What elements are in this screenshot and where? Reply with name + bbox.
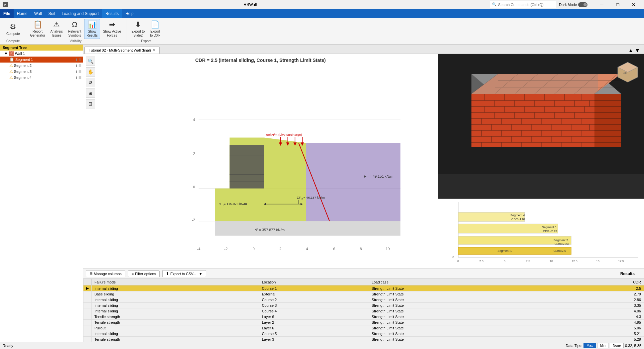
grid-tool2[interactable]: ⊡	[86, 99, 95, 108]
menu-home[interactable]: Home	[14, 9, 31, 18]
seg3-action1[interactable]: ⬆	[75, 70, 78, 74]
table-row[interactable]: Internal slidingCourse 4Strength Limit S…	[83, 308, 644, 314]
sidebar-item-seg2[interactable]: ⚠ Segment 2 ⬆ ☰	[0, 63, 83, 69]
cell-cdr: 2.5	[571, 285, 644, 291]
svg-text:= 115.073 kN/m: = 115.073 kN/m	[224, 202, 247, 206]
seg4-action2[interactable]: ☰	[78, 76, 81, 80]
cell-load_case: Strength Limit State	[369, 325, 571, 331]
close-button[interactable]: ✕	[626, 0, 641, 9]
split-pane: 🔍 ✋ ↺ ⊞ ⊡ CDR = 2.5 (Internal sliding, C…	[83, 54, 644, 268]
panel-collapse-up[interactable]: ▲	[628, 48, 633, 54]
col-cdr[interactable]: CDR	[571, 279, 644, 285]
export-icon: ⬆	[166, 271, 169, 276]
manage-columns-button[interactable]: ⊞ Manage columns	[86, 270, 125, 277]
row-expand-icon[interactable]: ▶	[86, 286, 89, 290]
seg1-label: Segment 1	[15, 58, 33, 62]
cell-mode: Internal sliding	[92, 297, 259, 303]
svg-text:15: 15	[596, 260, 599, 263]
table-row[interactable]: PulloutLayer 6Strength Limit State5.06	[83, 325, 644, 331]
minimize-button[interactable]: ─	[594, 0, 609, 9]
cell-load_case: Strength Limit State	[369, 337, 571, 342]
svg-text:2: 2	[193, 152, 195, 156]
export-csv-button[interactable]: ⬆ Export to CSV... ▼	[162, 270, 206, 277]
cell-cdr: 3.35	[571, 303, 644, 308]
cell-load_case: Strength Limit State	[369, 291, 571, 297]
seg4-action1[interactable]: ⬆	[75, 76, 78, 80]
seg1-action2[interactable]: ☰	[78, 58, 81, 62]
statusbar: Ready Data Tips: Max Min None 0.32, 5.35	[0, 342, 644, 349]
seg3-action2[interactable]: ☰	[78, 70, 81, 74]
menu-soil[interactable]: Soil	[45, 9, 59, 18]
sidebar-header: Segment Tree	[0, 45, 83, 51]
svg-rect-48	[471, 94, 594, 147]
panel-collapse-down[interactable]: ▼	[635, 48, 640, 54]
sidebar-item-seg4[interactable]: ⚠ Segment 4 ⬆ ☰	[0, 75, 83, 81]
svg-text:R: R	[219, 202, 221, 206]
menu-file[interactable]: File	[0, 9, 14, 18]
main-area: Segment Tree ▼ 🧱 Wall 1 📋 Segment 1 ⬆ ☰ …	[0, 45, 644, 342]
reset-tool[interactable]: ↺	[86, 78, 95, 87]
maximize-button[interactable]: □	[610, 0, 625, 9]
table-row[interactable]: Tensile strengthLayer 2Strength Limit St…	[83, 320, 644, 325]
cell-load_case: Strength Limit State	[369, 303, 571, 308]
cell-location: Layer 2	[259, 320, 369, 325]
wall-icon: 🧱	[9, 51, 14, 56]
export-slide2-button[interactable]: ⬇ Export toSlide2	[129, 19, 147, 39]
cell-mode: Tensile strength	[92, 314, 259, 320]
show-active-forces-button[interactable]: ➡ Show ActiveForces	[101, 19, 123, 39]
sidebar-item-wall1[interactable]: ▼ 🧱 Wall 1	[0, 51, 83, 57]
table-row[interactable]: Base slidingExternalStrength Limit State…	[83, 291, 644, 297]
svg-marker-18	[230, 145, 264, 188]
datatips-none-button[interactable]: None	[610, 343, 624, 348]
main-tab[interactable]: Tutorial 02 - Multi-Segment Wall (final)…	[84, 47, 160, 54]
cell-cdr: 5.21	[571, 331, 644, 337]
seg2-action2[interactable]: ☰	[78, 64, 81, 68]
table-row[interactable]: Internal slidingCourse 5Strength Limit S…	[83, 331, 644, 337]
svg-text:8: 8	[360, 247, 362, 251]
tab-close-button[interactable]: ×	[153, 48, 155, 53]
show-results-button[interactable]: 📊 ShowResults	[84, 19, 100, 39]
search-box[interactable]: 🔍	[490, 1, 556, 8]
menu-wall[interactable]: Wall	[31, 9, 45, 18]
report-generator-button[interactable]: 📋 ReportGenerator	[28, 19, 48, 39]
toolbar-group-visibility: 📋 ReportGenerator ⚠ AnalysisIssues Ω Rel…	[25, 19, 127, 44]
results-table-container[interactable]: Failure mode Location Load case CDR ▶Int…	[83, 279, 644, 342]
table-row[interactable]: ▶Internal slidingCourse 1Strength Limit …	[83, 285, 644, 291]
seg1-action1[interactable]: ⬆	[75, 58, 78, 62]
col-location[interactable]: Location	[259, 279, 369, 285]
search-input[interactable]	[498, 3, 548, 7]
active-forces-label: Show ActiveForces	[103, 30, 121, 38]
table-row[interactable]: Internal slidingCourse 2Strength Limit S…	[83, 297, 644, 303]
filter-options-button[interactable]: ≡ Filter options	[128, 270, 160, 277]
active-forces-icon: ➡	[109, 20, 115, 29]
datatips-max-button[interactable]: Max	[583, 343, 596, 348]
expand-icon: ▼	[4, 51, 8, 56]
col-load-case[interactable]: Load case	[369, 279, 571, 285]
compute-button[interactable]: ⚙ Compute	[4, 19, 22, 39]
analysis-issues-button[interactable]: ⚠ AnalysisIssues	[48, 19, 65, 39]
table-row[interactable]: Tensile strengthLayer 3Strength Limit St…	[83, 337, 644, 342]
status-right: Data Tips: Max Min None 0.32, 5.35	[566, 343, 641, 348]
svg-text:0: 0	[452, 256, 454, 259]
table-row[interactable]: Tensile strengthLayer 6Strength Limit St…	[83, 314, 644, 320]
pan-tool[interactable]: ✋	[86, 67, 95, 77]
svg-text:50kN/m (Live surcharge): 50kN/m (Live surcharge)	[266, 133, 302, 136]
sidebar-item-seg1[interactable]: 📋 Segment 1 ⬆ ☰	[0, 57, 83, 63]
symbols-icon: Ω	[72, 20, 77, 29]
tab-label: Tutorial 02 - Multi-Segment Wall (final)	[89, 48, 151, 52]
col-failure-mode[interactable]: Failure mode	[92, 279, 259, 285]
table-row[interactable]: Internal slidingCourse 3Strength Limit S…	[83, 303, 644, 308]
cell-location: Course 1	[259, 285, 369, 291]
sidebar-item-seg3[interactable]: ⚠ Segment 3 ⬆ ☰	[0, 69, 83, 75]
export-dxf-button[interactable]: 📄 Exportto DXF	[148, 19, 163, 39]
menu-loading[interactable]: Loading and Support	[59, 9, 102, 18]
relevant-symbols-button[interactable]: Ω RelevantSymbols	[66, 19, 83, 39]
report-icon: 📋	[33, 20, 42, 29]
menu-help[interactable]: Help	[122, 9, 137, 18]
zoom-tool[interactable]: 🔍	[86, 57, 95, 66]
grid-tool1[interactable]: ⊞	[86, 88, 95, 98]
datatips-min-button[interactable]: Min	[597, 343, 608, 348]
export-csv-dropdown[interactable]: ▼	[199, 272, 202, 276]
menu-results[interactable]: Results	[102, 9, 122, 18]
seg2-action1[interactable]: ⬆	[75, 64, 78, 68]
